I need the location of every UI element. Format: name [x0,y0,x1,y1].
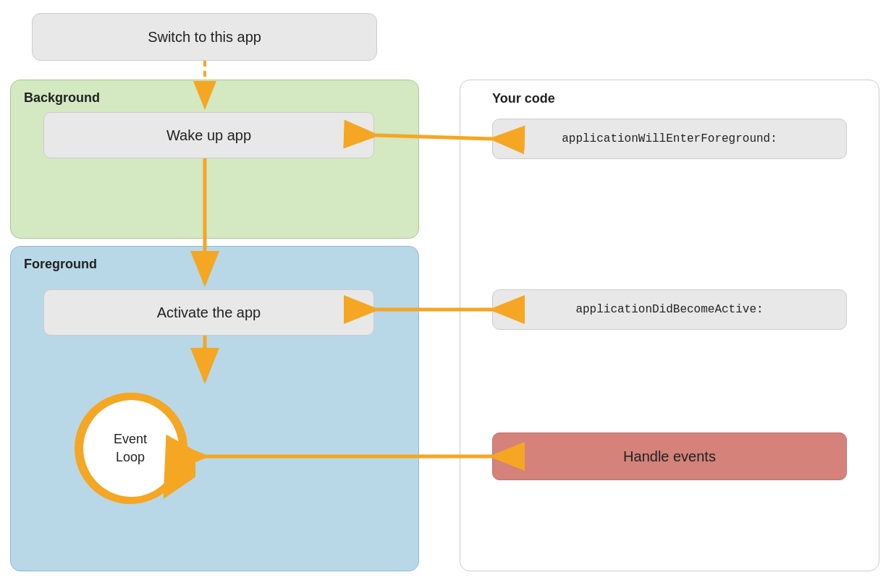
code-box-2-label: applicationDidBecomeActive: [575,303,763,316]
event-loop-label: EventLoop [114,430,147,466]
handle-events-box: Handle events [492,433,847,480]
switch-box-label: Switch to this app [148,29,261,46]
code-box-1-label: applicationWillEnterForeground: [562,132,777,145]
code-box-1: applicationWillEnterForeground: [492,119,847,159]
background-label: Background [24,90,100,106]
background-region: Background [10,80,419,239]
activate-box-label: Activate the app [157,304,261,321]
handle-events-label: Handle events [623,448,716,465]
activate-box: Activate the app [43,289,374,336]
your-code-label: Your code [492,91,555,106]
foreground-label: Foreground [24,257,97,272]
wake-box-label: Wake up app [166,127,251,144]
wake-box: Wake up app [43,112,374,158]
code-box-2: applicationDidBecomeActive: [492,289,847,330]
diagram-container: Switch to this app Background Wake up ap… [0,0,891,588]
event-loop-text: EventLoop [65,383,195,514]
switch-box: Switch to this app [32,13,377,61]
